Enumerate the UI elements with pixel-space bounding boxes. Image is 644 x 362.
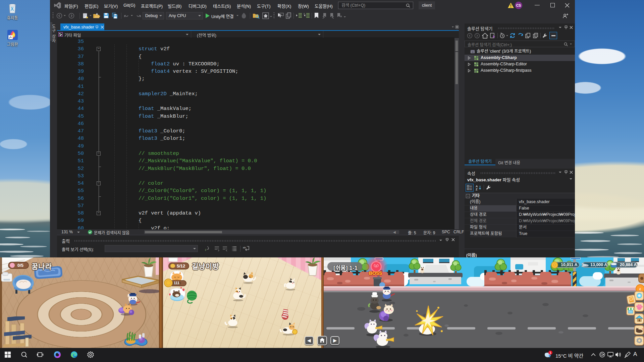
svg-text:Z: Z <box>476 188 478 191</box>
svg-text:2: 2 <box>304 13 305 15</box>
svg-text:1: 1 <box>550 351 551 354</box>
svg-text:ab: ab <box>243 246 246 249</box>
